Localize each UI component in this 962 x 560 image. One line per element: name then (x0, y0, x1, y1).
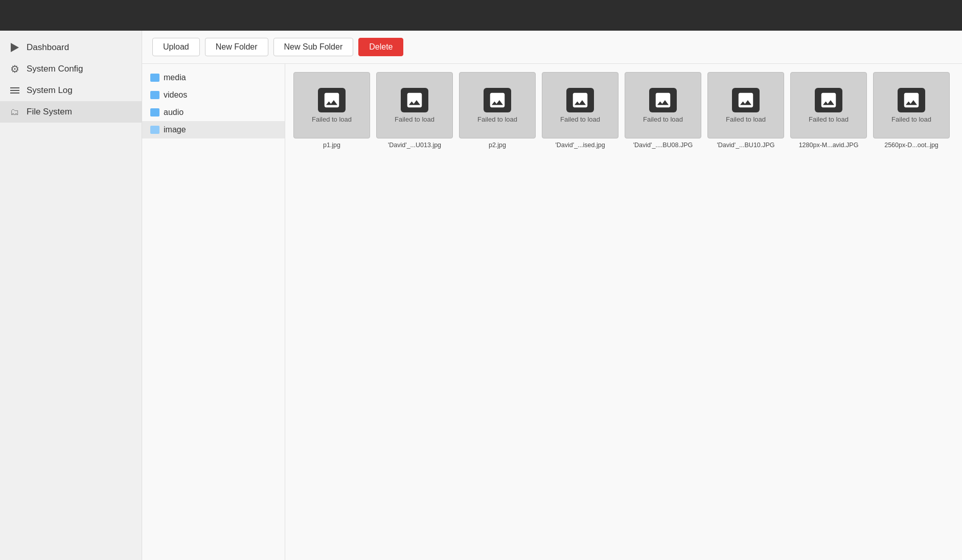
folder-tree: media videos audio image (142, 64, 285, 560)
broken-image-icon (649, 88, 677, 112)
lines-icon (9, 85, 20, 96)
sidebar-item-dashboard[interactable]: Dashboard (0, 37, 142, 58)
image-svg (902, 90, 921, 110)
file-item[interactable]: Failed to load 2560px-D...oot..jpg (873, 72, 950, 149)
sidebar-item-file-system[interactable]: 🗂 File System (0, 101, 142, 123)
broken-image-icon (318, 88, 346, 112)
failed-to-load-text: Failed to load (395, 115, 434, 123)
upload-button[interactable]: Upload (152, 38, 200, 56)
file-name: 'David'_...ised.jpg (555, 141, 605, 149)
folder-color-videos (150, 91, 159, 99)
sidebar-label-file-system: File System (27, 107, 72, 117)
file-thumbnail: Failed to load (707, 72, 784, 138)
file-thumbnail: Failed to load (459, 72, 536, 138)
new-folder-button[interactable]: New Folder (205, 38, 268, 56)
folder-tree-item-videos[interactable]: videos (142, 86, 285, 104)
file-item[interactable]: Failed to load 1280px-M...avid.JPG (790, 72, 867, 149)
svg-point-4 (659, 96, 661, 99)
main-content: Upload New Folder New Sub Folder Delete … (142, 31, 962, 560)
folder-tree-item-media[interactable]: media (142, 69, 285, 86)
image-svg (736, 90, 755, 110)
file-name: p2.jpg (489, 141, 506, 149)
file-name: 'David'_...U013.jpg (388, 141, 441, 149)
file-item[interactable]: Failed to load 'David'_...U013.jpg (376, 72, 453, 149)
file-item[interactable]: Failed to load p2.jpg (459, 72, 536, 149)
file-item[interactable]: Failed to load 'David'_...BU10.JPG (707, 72, 784, 149)
folder-color-image (150, 126, 159, 134)
file-item[interactable]: Failed to load 'David'_...ised.jpg (542, 72, 619, 149)
file-name: p1.jpg (323, 141, 340, 149)
toolbar: Upload New Folder New Sub Folder Delete (142, 31, 962, 64)
sidebar-label-dashboard: Dashboard (27, 42, 69, 53)
broken-image-icon (566, 88, 594, 112)
broken-image-icon (484, 88, 511, 112)
failed-to-load-text: Failed to load (891, 115, 931, 123)
file-thumbnail: Failed to load (542, 72, 619, 138)
folder-name-audio: audio (164, 108, 184, 117)
image-svg (819, 90, 838, 110)
svg-point-5 (742, 96, 744, 99)
failed-to-load-text: Failed to load (726, 115, 766, 123)
image-svg (405, 90, 424, 110)
file-thumbnail: Failed to load (293, 72, 370, 138)
broken-image-icon (898, 88, 925, 112)
file-item[interactable]: Failed to load 'David'_....BU08.JPG (625, 72, 701, 149)
svg-point-3 (576, 96, 579, 99)
image-svg (322, 90, 341, 110)
sidebar-label-system-log: System Log (27, 85, 73, 96)
svg-point-7 (907, 96, 910, 99)
file-item[interactable]: Failed to load p1.jpg (293, 72, 370, 149)
image-svg (570, 90, 590, 110)
new-sub-folder-button[interactable]: New Sub Folder (273, 38, 354, 56)
svg-point-2 (493, 96, 496, 99)
file-name: 'David'_....BU08.JPG (633, 141, 693, 149)
file-browser: media videos audio image (142, 64, 962, 560)
file-thumbnail: Failed to load (376, 72, 453, 138)
folder-color-audio (150, 108, 159, 116)
file-thumbnail: Failed to load (790, 72, 867, 138)
svg-point-6 (824, 96, 827, 99)
file-name: 1280px-M...avid.JPG (799, 141, 859, 149)
folder-tree-item-image[interactable]: image (142, 121, 285, 138)
file-thumbnail: Failed to load (873, 72, 950, 138)
broken-image-icon (401, 88, 428, 112)
failed-to-load-text: Failed to load (312, 115, 352, 123)
failed-to-load-text: Failed to load (477, 115, 517, 123)
folder-name-videos: videos (164, 90, 187, 100)
svg-point-0 (328, 96, 330, 99)
file-name: 'David'_...BU10.JPG (717, 141, 774, 149)
sidebar-item-system-config[interactable]: ⚙ System Config (0, 58, 142, 80)
image-svg (653, 90, 673, 110)
folder-name-image: image (164, 125, 186, 134)
file-grid: Failed to load p1.jpg Failed to load 'Da… (285, 64, 962, 560)
broken-image-icon (732, 88, 760, 112)
broken-image-icon (815, 88, 842, 112)
folder-tree-item-audio[interactable]: audio (142, 104, 285, 121)
gear-icon: ⚙ (9, 63, 20, 75)
folder-color-media (150, 74, 159, 82)
failed-to-load-text: Failed to load (560, 115, 600, 123)
file-name: 2560px-D...oot..jpg (884, 141, 938, 149)
sidebar: Dashboard ⚙ System Config System Log 🗂 F… (0, 31, 142, 560)
failed-to-load-text: Failed to load (809, 115, 849, 123)
top-bar (0, 0, 962, 31)
folder-name-media: media (164, 73, 186, 82)
sidebar-label-system-config: System Config (27, 64, 83, 74)
file-thumbnail: Failed to load (625, 72, 701, 138)
delete-button[interactable]: Delete (358, 38, 403, 56)
image-svg (488, 90, 507, 110)
play-icon (9, 42, 20, 53)
failed-to-load-text: Failed to load (643, 115, 683, 123)
sidebar-item-system-log[interactable]: System Log (0, 80, 142, 101)
svg-point-1 (410, 96, 413, 99)
folder-icon: 🗂 (9, 106, 20, 118)
